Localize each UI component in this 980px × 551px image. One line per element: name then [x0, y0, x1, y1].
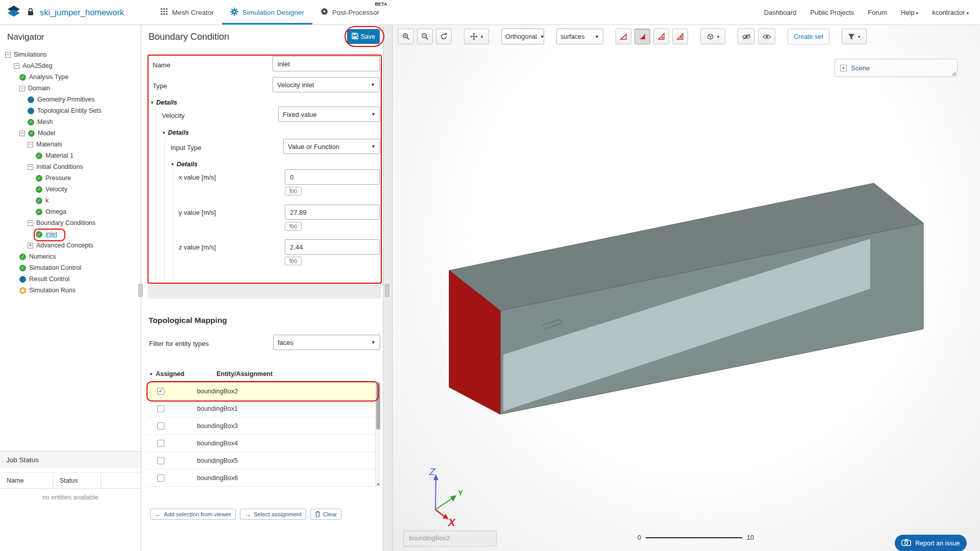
create-set-button[interactable]: Create set: [788, 29, 829, 44]
row-checkbox[interactable]: [157, 474, 164, 482]
table-row[interactable]: boundingBox2: [148, 383, 375, 400]
link-forum[interactable]: Forum: [868, 9, 887, 16]
fx-button[interactable]: f(x): [285, 187, 302, 195]
entity-filter-select[interactable]: faces▼: [273, 335, 380, 350]
fx-button[interactable]: f(x): [285, 257, 302, 265]
tree-item[interactable]: Omega: [0, 206, 141, 217]
tree-expand-toggle-icon[interactable]: [28, 164, 33, 170]
details-section-toggle[interactable]: ▼Details: [162, 129, 189, 136]
tree-item[interactable]: Initial Conditions: [0, 161, 141, 172]
assignment-table-header[interactable]: ▼ Assigned Entity/Assignment: [148, 366, 380, 383]
tree-item[interactable]: Numerics: [0, 251, 141, 262]
row-checkbox[interactable]: [157, 457, 164, 464]
tab-simulation-designer[interactable]: Simulation Designer: [222, 0, 312, 24]
filter-dropdown[interactable]: ▾: [842, 29, 867, 44]
tree-expand-toggle-icon[interactable]: [19, 131, 25, 136]
velocity-select[interactable]: Fixed value▼: [278, 107, 380, 122]
tree-item[interactable]: Analysis Type: [0, 71, 141, 83]
scrollbar-down-arrow[interactable]: ▼: [376, 483, 381, 486]
project-title[interactable]: ski_jumper_homework: [40, 8, 124, 17]
tree-item[interactable]: Pressure: [0, 172, 141, 184]
help-menu[interactable]: Help▾: [901, 9, 918, 16]
zoom-out-button[interactable]: [417, 29, 433, 44]
pick-volume-button[interactable]: [672, 29, 688, 44]
table-row[interactable]: boundingBox5: [148, 452, 375, 469]
table-row[interactable]: boundingBox1: [148, 400, 375, 417]
tree-expand-toggle-icon[interactable]: [5, 52, 11, 58]
z-value-input[interactable]: [285, 239, 380, 255]
expand-plus-icon[interactable]: +: [840, 65, 847, 71]
tree-item[interactable]: Boundary Conditions: [0, 217, 141, 229]
tree-item[interactable]: Result Control: [0, 273, 141, 285]
tree-item[interactable]: Model: [0, 128, 141, 139]
fx-button[interactable]: f(x): [285, 222, 302, 231]
selection-name-box[interactable]: boundingBox2: [403, 531, 497, 546]
tree-item[interactable]: Material 1: [0, 150, 141, 161]
tree-item[interactable]: inlet: [0, 229, 141, 240]
table-row[interactable]: boundingBox3: [148, 417, 375, 435]
pan-mode-dropdown[interactable]: ▾: [464, 29, 489, 44]
tree-item[interactable]: Simulation Runs: [0, 285, 141, 296]
z-value-label: z value [m/s]: [179, 243, 216, 251]
scene-tree-panel[interactable]: + Scene: [835, 59, 958, 77]
link-dashboard[interactable]: Dashboard: [764, 9, 797, 16]
geometry-primitive-dropdown[interactable]: ▾: [700, 29, 725, 44]
tree-expand-toggle-icon[interactable]: [28, 142, 33, 147]
pick-single-button[interactable]: [616, 29, 631, 44]
tree-expand-toggle-icon[interactable]: [14, 63, 19, 69]
type-select[interactable]: Velocity inlet▼: [273, 77, 380, 92]
table-row[interactable]: boundingBox6: [148, 469, 375, 487]
select-assignment-button[interactable]: → Select assignment: [240, 509, 306, 520]
tree-item[interactable]: Topological Entity Sets: [0, 105, 141, 116]
panel-splitter-mid[interactable]: [385, 284, 389, 297]
tree-expand-toggle-icon[interactable]: [28, 243, 33, 248]
projection-select[interactable]: Orthogonal▼: [501, 29, 544, 44]
tree-item[interactable]: k: [0, 195, 141, 206]
report-issue-button[interactable]: Report an issue: [895, 535, 967, 551]
tree-expand-toggle-icon[interactable]: [28, 220, 33, 226]
details-section-toggle[interactable]: ▼Details: [150, 99, 177, 106]
scene-canvas[interactable]: [393, 25, 980, 551]
pick-face-button[interactable]: [634, 29, 650, 44]
tab-mesh-creator[interactable]: Mesh Creator: [152, 0, 222, 24]
render-mode-select[interactable]: surfaces▼: [556, 29, 603, 44]
tree-expand-toggle-icon[interactable]: [19, 86, 25, 91]
hide-selection-button[interactable]: [738, 29, 755, 44]
tree-item[interactable]: Mesh: [0, 116, 141, 128]
show-all-button[interactable]: [758, 29, 775, 44]
table-scrollbar[interactable]: ▼: [375, 383, 380, 487]
tree-item[interactable]: Geometry Primitives: [0, 94, 141, 105]
tree-item[interactable]: AoA25deg: [0, 60, 141, 71]
name-input[interactable]: [273, 56, 380, 71]
user-menu[interactable]: kcontractor▾: [932, 9, 969, 16]
row-checkbox[interactable]: [157, 388, 164, 395]
viewer-3d[interactable]: ▾ Orthogonal▼ surfaces▼ ▾ Create set ▾ +…: [393, 25, 980, 551]
table-row[interactable]: boundingBox4: [148, 435, 375, 452]
details-section-toggle[interactable]: ▼Details: [170, 161, 198, 168]
refresh-view-button[interactable]: [436, 29, 452, 44]
x-value-input[interactable]: [285, 169, 380, 185]
scrollbar-thumb[interactable]: [376, 383, 380, 430]
tab-post-processor[interactable]: Post-Processor BETA: [312, 0, 387, 24]
row-checkbox[interactable]: [157, 405, 164, 412]
tree-item[interactable]: Simulation Control: [0, 262, 141, 273]
input-type-select[interactable]: Value or Function▼: [283, 139, 380, 154]
row-checkbox[interactable]: [157, 422, 164, 430]
tree-item[interactable]: Materials: [0, 139, 141, 150]
add-selection-button[interactable]: ← Add selection from viewer: [150, 509, 236, 520]
save-button[interactable]: Save: [347, 29, 380, 44]
clear-button[interactable]: Clear: [310, 509, 341, 520]
tree-item[interactable]: Advanced Concepts: [0, 240, 141, 251]
chevron-down-icon: ▼: [595, 34, 599, 39]
resize-handle-icon[interactable]: [951, 71, 956, 76]
panel-splitter-left[interactable]: [138, 284, 143, 297]
pick-box-button[interactable]: [653, 29, 669, 44]
tree-item[interactable]: Simulations: [0, 49, 141, 60]
app-logo-icon[interactable]: [5, 3, 22, 22]
link-public-projects[interactable]: Public Projects: [810, 9, 854, 16]
tree-item[interactable]: Velocity: [0, 184, 141, 195]
row-checkbox[interactable]: [157, 440, 164, 447]
y-value-input[interactable]: [285, 205, 380, 220]
tree-item[interactable]: Domain: [0, 83, 141, 94]
zoom-in-button[interactable]: [398, 29, 414, 44]
